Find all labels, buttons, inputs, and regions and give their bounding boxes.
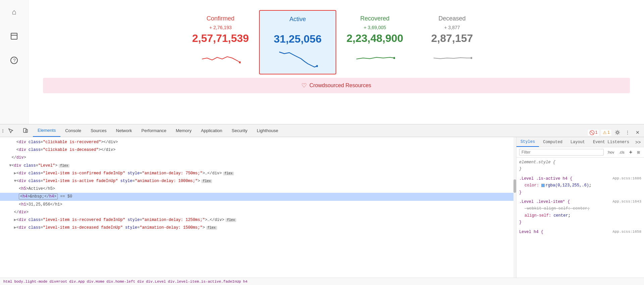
tab-elements[interactable]: Elements bbox=[33, 124, 60, 137]
elements-selected-line[interactable]: <h4>&nbsp;</h4> == $0 bbox=[0, 193, 516, 201]
styles-tab-computed[interactable]: Computed bbox=[539, 137, 566, 147]
active-value: 31,25,056 bbox=[266, 33, 329, 45]
styles-tabs: Styles Computed Layout Event Listeners >… bbox=[516, 137, 644, 147]
svg-point-7 bbox=[470, 57, 472, 59]
elements-panel: <div class="clickable is-recovered"></di… bbox=[0, 137, 516, 278]
css-rule-element-style: element.style { } bbox=[519, 159, 641, 173]
elements-line: </div> bbox=[0, 209, 516, 216]
devtools-tabs-bar: ⁝ Elements Console Sources Network Per bbox=[0, 124, 644, 137]
crowdsource-banner[interactable]: ♡ Crowdsourced Resources bbox=[43, 78, 630, 93]
breadcrumb-div-root[interactable]: div#root bbox=[49, 280, 68, 284]
breadcrumb-div-app[interactable]: div.App bbox=[68, 280, 85, 284]
devtools-drag-handle[interactable]: ⁝ bbox=[0, 124, 5, 137]
styles-tab-styles[interactable]: Styles bbox=[516, 137, 539, 147]
tab-sources[interactable]: Sources bbox=[86, 124, 111, 137]
error-badge: 🚫 1 bbox=[587, 129, 600, 136]
styles-content: element.style { } .Level .is-active h4 {… bbox=[516, 158, 644, 276]
left-sidebar: ⌂ ? bbox=[0, 0, 29, 124]
active-label: Active bbox=[266, 16, 329, 23]
breadcrumb-html[interactable]: html bbox=[3, 280, 13, 284]
elements-line: </div> bbox=[0, 154, 516, 162]
css-rule-level-item: .Level .level-item* { App.scss:1643 -web… bbox=[519, 198, 641, 226]
scroll-thumb[interactable] bbox=[513, 179, 516, 193]
deceased-sparkline bbox=[420, 48, 484, 68]
heart-icon: ♡ bbox=[301, 82, 307, 89]
tab-memory[interactable]: Memory bbox=[171, 124, 196, 137]
devtools-tabs-right: 🚫 1 ⚠ 1 ⋮ ✕ bbox=[587, 128, 644, 137]
styles-tab-layout[interactable]: Layout bbox=[566, 137, 589, 147]
elements-line: ▶<div class="level-item is-recovered fad… bbox=[0, 216, 516, 224]
recovered-label: Recovered bbox=[343, 15, 407, 22]
elements-line: <div class="clickable is-recovered"></di… bbox=[0, 138, 516, 146]
styles-panel: Styles Computed Layout Event Listeners >… bbox=[516, 137, 644, 278]
styles-filter-input[interactable] bbox=[519, 149, 604, 156]
tab-application[interactable]: Application bbox=[196, 124, 227, 137]
elements-line: ▼<div class="Level">flex bbox=[0, 162, 516, 170]
crowdsource-label: Crowdsourced Resources bbox=[309, 82, 371, 89]
breadcrumb-h4[interactable]: h4 bbox=[242, 280, 248, 284]
book-icon[interactable] bbox=[9, 31, 19, 42]
elements-line: ▼<div class="level-item is-active fadeIn… bbox=[0, 177, 516, 185]
confirmed-card[interactable]: Confirmed + 2,76,193 2,57,71,539 bbox=[182, 10, 259, 73]
recovered-value: 2,23,48,900 bbox=[343, 32, 407, 45]
devtools-breadcrumb: html body.light-mode div#root div.App di… bbox=[0, 278, 644, 285]
svg-text:?: ? bbox=[13, 58, 16, 63]
svg-point-6 bbox=[393, 57, 395, 59]
more-options-icon[interactable]: ⋮ bbox=[623, 128, 632, 137]
tab-performance[interactable]: Performance bbox=[137, 124, 171, 137]
breadcrumb-div-home-left[interactable]: div.home-left bbox=[106, 280, 136, 284]
filter-layout-btn[interactable]: ⊞ bbox=[636, 150, 641, 155]
elements-line: <h1>31,25,056</h1> bbox=[0, 201, 516, 209]
css-rule-level-active-h4: .Level .is-active h4 { App.scss:1686 col… bbox=[519, 175, 641, 196]
confirmed-sparkline bbox=[189, 48, 252, 68]
svg-rect-0 bbox=[11, 33, 17, 39]
filter-cls-btn[interactable]: .cls bbox=[617, 150, 626, 155]
devtools-panel: ⁝ Elements Console Sources Network Per bbox=[0, 124, 644, 285]
svg-rect-9 bbox=[26, 129, 28, 132]
breadcrumb-div-level-item[interactable]: div.level-item.is-active.fadeInUp bbox=[167, 280, 242, 284]
help-icon[interactable]: ? bbox=[9, 55, 19, 66]
recovered-sparkline bbox=[343, 48, 407, 68]
confirmed-label: Confirmed bbox=[189, 15, 252, 22]
tab-console[interactable]: Console bbox=[60, 124, 86, 137]
styles-tab-event-listeners[interactable]: Event Listeners bbox=[589, 137, 633, 147]
tab-network[interactable]: Network bbox=[111, 124, 137, 137]
recovered-delta: + 3,69,005 bbox=[343, 25, 407, 30]
deceased-value: 2,87,157 bbox=[420, 32, 484, 45]
webpage-area: ⌂ ? Confirmed + 2,76,193 2,57,71,539 bbox=[0, 0, 644, 124]
active-sparkline bbox=[266, 49, 329, 69]
confirmed-value: 2,57,71,539 bbox=[189, 32, 252, 45]
active-delta bbox=[266, 25, 329, 31]
filter-hov-btn[interactable]: :hov bbox=[606, 150, 615, 155]
tab-device-toggle[interactable] bbox=[18, 124, 33, 137]
elements-line: <div class="clickable is-deceased"></div… bbox=[0, 146, 516, 154]
deceased-delta: + 3,877 bbox=[420, 25, 484, 30]
deceased-label: Deceased bbox=[420, 15, 484, 22]
breadcrumb-div-level[interactable]: div.Level bbox=[145, 280, 166, 284]
tab-security[interactable]: Security bbox=[227, 124, 252, 137]
breadcrumb-div-home[interactable]: div.Home bbox=[86, 280, 105, 284]
devtools-content: <div class="clickable is-recovered"></di… bbox=[0, 137, 644, 278]
breadcrumb-body[interactable]: body.light-mode bbox=[13, 280, 48, 284]
settings-icon[interactable] bbox=[613, 128, 622, 137]
warn-badge: ⚠ 1 bbox=[601, 129, 612, 136]
svg-point-10 bbox=[616, 131, 618, 133]
home-icon[interactable]: ⌂ bbox=[9, 7, 19, 17]
elements-line: ▶<div class="level-item is-confirmed fad… bbox=[0, 170, 516, 177]
recovered-card[interactable]: Recovered + 3,69,005 2,23,48,900 bbox=[336, 10, 413, 73]
confirmed-delta: + 2,76,193 bbox=[189, 25, 252, 30]
close-devtools-icon[interactable]: ✕ bbox=[633, 128, 642, 137]
tab-lighthouse[interactable]: Lighthouse bbox=[252, 124, 283, 137]
styles-expand-btn[interactable]: >> bbox=[633, 137, 643, 147]
deceased-card[interactable]: Deceased + 3,877 2,87,157 bbox=[413, 10, 491, 73]
filter-plus-btn[interactable]: + bbox=[628, 149, 634, 156]
tab-selector-tool[interactable] bbox=[3, 124, 18, 137]
scroll-indicator[interactable] bbox=[513, 137, 516, 278]
stats-area: Confirmed + 2,76,193 2,57,71,539 Active … bbox=[29, 7, 644, 74]
css-rule-level-h4: Level h4 { App.scss:1658 bbox=[519, 229, 641, 235]
elements-line: <h5>Active</h5> bbox=[0, 185, 516, 193]
elements-line: ▶<div class="level-item is-deceased fade… bbox=[0, 224, 516, 232]
breadcrumb-div[interactable]: div bbox=[137, 280, 145, 284]
styles-filter-bar: :hov .cls + ⊞ bbox=[516, 147, 644, 158]
active-card[interactable]: Active 31,25,056 bbox=[259, 10, 336, 74]
